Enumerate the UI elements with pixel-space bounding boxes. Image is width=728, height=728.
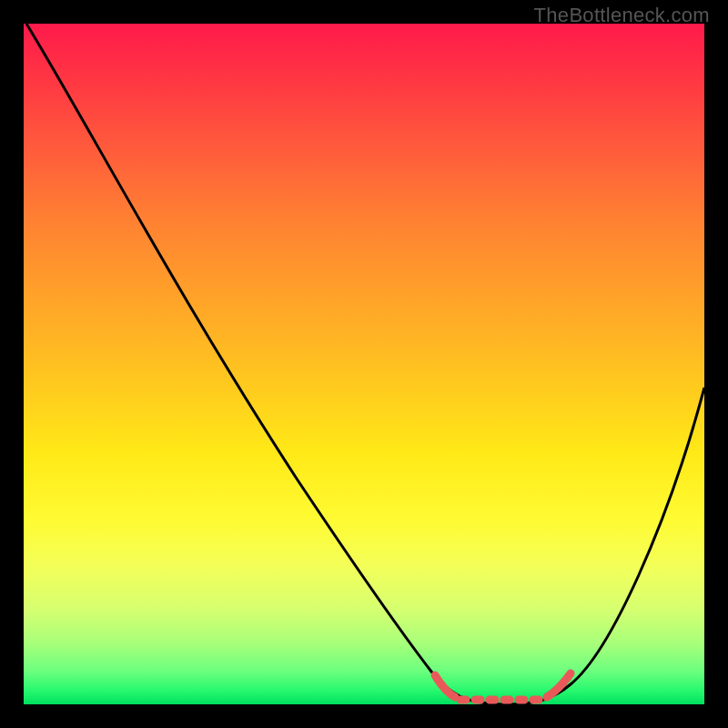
highlight-left-cap: [435, 675, 455, 697]
bottleneck-curve: [26, 24, 704, 704]
curve-layer: [24, 24, 704, 704]
chart-frame: TheBottleneck.com: [0, 0, 728, 728]
watermark-text: TheBottleneck.com: [534, 4, 710, 27]
plot-area: [24, 24, 704, 704]
